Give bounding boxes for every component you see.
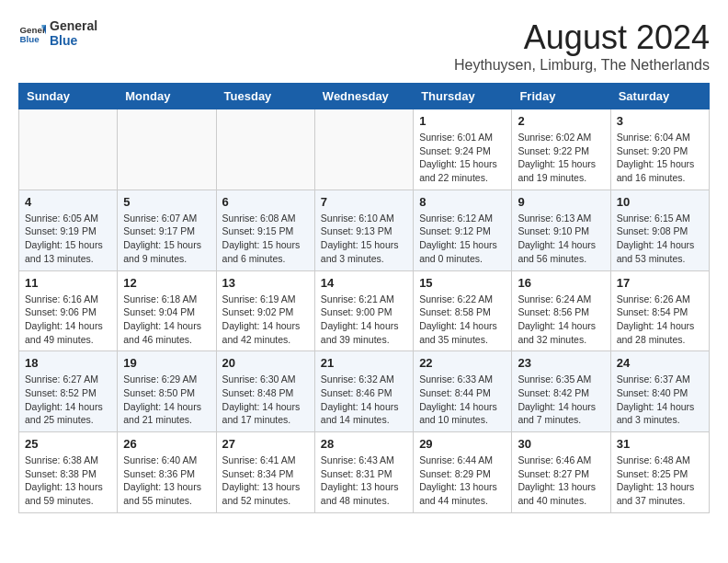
day-info: Sunrise: 6:12 AMSunset: 9:12 PMDaylight:… xyxy=(419,212,506,266)
calendar-cell: 15Sunrise: 6:22 AMSunset: 8:58 PMDayligh… xyxy=(414,270,512,351)
day-number: 6 xyxy=(222,195,309,209)
calendar-cell xyxy=(19,109,118,190)
day-number: 23 xyxy=(518,356,604,370)
day-info: Sunrise: 6:18 AMSunset: 9:04 PMDaylight:… xyxy=(123,293,210,347)
day-info: Sunrise: 6:33 AMSunset: 8:44 PMDaylight:… xyxy=(419,373,506,427)
calendar-cell: 17Sunrise: 6:26 AMSunset: 8:54 PMDayligh… xyxy=(610,270,709,351)
day-number: 15 xyxy=(419,276,506,290)
day-info: Sunrise: 6:19 AMSunset: 9:02 PMDaylight:… xyxy=(222,293,309,347)
calendar-cell: 20Sunrise: 6:30 AMSunset: 8:48 PMDayligh… xyxy=(216,351,314,432)
calendar-cell: 25Sunrise: 6:38 AMSunset: 8:38 PMDayligh… xyxy=(19,432,118,513)
day-info: Sunrise: 6:01 AMSunset: 9:24 PMDaylight:… xyxy=(419,131,506,185)
day-number: 11 xyxy=(25,276,111,290)
calendar-header-row: SundayMondayTuesdayWednesdayThursdayFrid… xyxy=(19,84,710,109)
day-info: Sunrise: 6:21 AMSunset: 9:00 PMDaylight:… xyxy=(321,293,407,347)
day-number: 30 xyxy=(518,437,604,451)
column-header-tuesday: Tuesday xyxy=(216,84,314,109)
day-number: 21 xyxy=(321,356,407,370)
logo: General Blue General Blue xyxy=(18,18,97,48)
calendar-cell: 31Sunrise: 6:48 AMSunset: 8:25 PMDayligh… xyxy=(610,432,709,513)
calendar-week-row: 11Sunrise: 6:16 AMSunset: 9:06 PMDayligh… xyxy=(19,270,710,351)
day-info: Sunrise: 6:02 AMSunset: 9:22 PMDaylight:… xyxy=(518,131,604,185)
day-info: Sunrise: 6:46 AMSunset: 8:27 PMDaylight:… xyxy=(518,454,604,508)
calendar-table: SundayMondayTuesdayWednesdayThursdayFrid… xyxy=(18,83,710,513)
day-number: 3 xyxy=(617,114,703,128)
day-number: 20 xyxy=(222,356,309,370)
page-header: General Blue General Blue August 2024 He… xyxy=(18,18,710,74)
calendar-cell: 7Sunrise: 6:10 AMSunset: 9:13 PMDaylight… xyxy=(314,190,413,270)
title-block: August 2024 Heythuysen, Limburg, The Net… xyxy=(454,18,710,74)
calendar-cell: 23Sunrise: 6:35 AMSunset: 8:42 PMDayligh… xyxy=(512,351,610,432)
calendar-cell: 12Sunrise: 6:18 AMSunset: 9:04 PMDayligh… xyxy=(118,270,216,351)
calendar-cell: 4Sunrise: 6:05 AMSunset: 9:19 PMDaylight… xyxy=(19,190,118,270)
day-number: 2 xyxy=(518,114,604,128)
day-number: 13 xyxy=(222,276,309,290)
calendar-cell: 24Sunrise: 6:37 AMSunset: 8:40 PMDayligh… xyxy=(610,351,709,432)
day-info: Sunrise: 6:48 AMSunset: 8:25 PMDaylight:… xyxy=(617,454,703,508)
calendar-cell: 21Sunrise: 6:32 AMSunset: 8:46 PMDayligh… xyxy=(314,351,413,432)
calendar-cell: 5Sunrise: 6:07 AMSunset: 9:17 PMDaylight… xyxy=(118,190,216,270)
day-info: Sunrise: 6:44 AMSunset: 8:29 PMDaylight:… xyxy=(419,454,506,508)
column-header-friday: Friday xyxy=(512,84,610,109)
day-number: 28 xyxy=(321,437,407,451)
day-info: Sunrise: 6:30 AMSunset: 8:48 PMDaylight:… xyxy=(222,373,309,427)
day-info: Sunrise: 6:38 AMSunset: 8:38 PMDaylight:… xyxy=(25,454,111,508)
day-info: Sunrise: 6:08 AMSunset: 9:15 PMDaylight:… xyxy=(222,212,309,266)
day-info: Sunrise: 6:43 AMSunset: 8:31 PMDaylight:… xyxy=(321,454,407,508)
day-info: Sunrise: 6:22 AMSunset: 8:58 PMDaylight:… xyxy=(419,293,506,347)
calendar-cell: 6Sunrise: 6:08 AMSunset: 9:15 PMDaylight… xyxy=(216,190,314,270)
logo-general-text: General xyxy=(50,18,97,33)
calendar-cell: 13Sunrise: 6:19 AMSunset: 9:02 PMDayligh… xyxy=(216,270,314,351)
calendar-week-row: 18Sunrise: 6:27 AMSunset: 8:52 PMDayligh… xyxy=(19,351,710,432)
calendar-cell: 14Sunrise: 6:21 AMSunset: 9:00 PMDayligh… xyxy=(314,270,413,351)
day-number: 1 xyxy=(419,114,506,128)
day-info: Sunrise: 6:07 AMSunset: 9:17 PMDaylight:… xyxy=(123,212,210,266)
day-info: Sunrise: 6:04 AMSunset: 9:20 PMDaylight:… xyxy=(617,131,703,185)
calendar-cell: 26Sunrise: 6:40 AMSunset: 8:36 PMDayligh… xyxy=(118,432,216,513)
day-number: 18 xyxy=(25,356,111,370)
day-number: 22 xyxy=(419,356,506,370)
day-info: Sunrise: 6:26 AMSunset: 8:54 PMDaylight:… xyxy=(617,293,703,347)
day-info: Sunrise: 6:05 AMSunset: 9:19 PMDaylight:… xyxy=(25,212,111,266)
column-header-monday: Monday xyxy=(118,84,216,109)
calendar-cell: 10Sunrise: 6:15 AMSunset: 9:08 PMDayligh… xyxy=(610,190,709,270)
column-header-saturday: Saturday xyxy=(610,84,709,109)
calendar-cell: 19Sunrise: 6:29 AMSunset: 8:50 PMDayligh… xyxy=(118,351,216,432)
day-number: 26 xyxy=(123,437,210,451)
calendar-week-row: 4Sunrise: 6:05 AMSunset: 9:19 PMDaylight… xyxy=(19,190,710,270)
calendar-cell: 22Sunrise: 6:33 AMSunset: 8:44 PMDayligh… xyxy=(414,351,512,432)
day-info: Sunrise: 6:10 AMSunset: 9:13 PMDaylight:… xyxy=(321,212,407,266)
svg-text:Blue: Blue xyxy=(20,34,40,44)
day-number: 4 xyxy=(25,195,111,209)
day-number: 24 xyxy=(617,356,703,370)
day-info: Sunrise: 6:29 AMSunset: 8:50 PMDaylight:… xyxy=(123,373,210,427)
day-number: 27 xyxy=(222,437,309,451)
day-info: Sunrise: 6:24 AMSunset: 8:56 PMDaylight:… xyxy=(518,293,604,347)
column-header-sunday: Sunday xyxy=(19,84,118,109)
month-year: August 2024 xyxy=(454,18,710,57)
day-number: 8 xyxy=(419,195,506,209)
day-number: 10 xyxy=(617,195,703,209)
day-info: Sunrise: 6:27 AMSunset: 8:52 PMDaylight:… xyxy=(25,373,111,427)
day-info: Sunrise: 6:13 AMSunset: 9:10 PMDaylight:… xyxy=(518,212,604,266)
calendar-cell: 2Sunrise: 6:02 AMSunset: 9:22 PMDaylight… xyxy=(512,109,610,190)
day-number: 16 xyxy=(518,276,604,290)
calendar-cell: 8Sunrise: 6:12 AMSunset: 9:12 PMDaylight… xyxy=(414,190,512,270)
calendar-cell: 29Sunrise: 6:44 AMSunset: 8:29 PMDayligh… xyxy=(414,432,512,513)
column-header-wednesday: Wednesday xyxy=(314,84,413,109)
calendar-cell: 11Sunrise: 6:16 AMSunset: 9:06 PMDayligh… xyxy=(19,270,118,351)
logo-icon: General Blue xyxy=(18,19,46,47)
day-number: 29 xyxy=(419,437,506,451)
day-number: 5 xyxy=(123,195,210,209)
column-header-thursday: Thursday xyxy=(414,84,512,109)
calendar-cell: 1Sunrise: 6:01 AMSunset: 9:24 PMDaylight… xyxy=(414,109,512,190)
day-number: 7 xyxy=(321,195,407,209)
calendar-cell: 9Sunrise: 6:13 AMSunset: 9:10 PMDaylight… xyxy=(512,190,610,270)
day-info: Sunrise: 6:32 AMSunset: 8:46 PMDaylight:… xyxy=(321,373,407,427)
location: Heythuysen, Limburg, The Netherlands xyxy=(454,57,710,74)
calendar-cell: 30Sunrise: 6:46 AMSunset: 8:27 PMDayligh… xyxy=(512,432,610,513)
calendar-cell: 16Sunrise: 6:24 AMSunset: 8:56 PMDayligh… xyxy=(512,270,610,351)
day-number: 9 xyxy=(518,195,604,209)
calendar-cell xyxy=(314,109,413,190)
day-info: Sunrise: 6:37 AMSunset: 8:40 PMDaylight:… xyxy=(617,373,703,427)
